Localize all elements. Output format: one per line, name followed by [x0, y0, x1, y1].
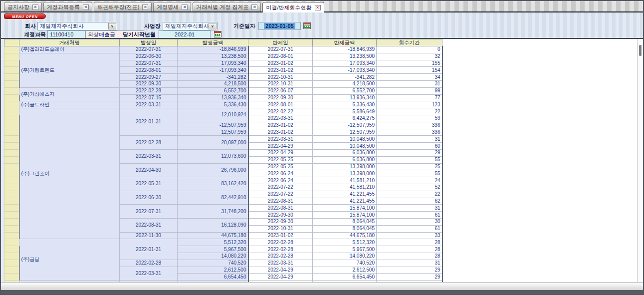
- settle-amount-cell[interactable]: 10,048,500: [313, 136, 377, 143]
- occur-date-cell[interactable]: 2022-08-31: [120, 218, 178, 232]
- settle-amount-cell[interactable]: 41,581,210: [313, 177, 377, 184]
- settle-date-cell[interactable]: 2022-06-24: [248, 177, 313, 184]
- occur-date-cell[interactable]: 2022-06-30: [120, 191, 178, 205]
- settle-amount-cell[interactable]: 41,581,210: [313, 184, 377, 191]
- settle-amount-cell[interactable]: 10,048,500: [313, 143, 377, 150]
- settle-date-cell[interactable]: 2022-04-29: [248, 143, 313, 150]
- calendar-icon[interactable]: [214, 31, 221, 37]
- occur-amount-cell[interactable]: -12,507,959: [178, 122, 248, 129]
- settle-date-cell[interactable]: 2022-02-28: [248, 239, 313, 246]
- collect-days-cell[interactable]: 31: [377, 260, 442, 267]
- settle-date-cell[interactable]: 2022-10-31: [248, 225, 313, 232]
- row-selector[interactable]: [4, 94, 19, 101]
- site-select[interactable]: 제일제지주식회사 ∨: [163, 22, 217, 30]
- settle-amount-cell[interactable]: 6,424,275: [313, 115, 377, 122]
- settle-date-cell[interactable]: 2023-01-02: [248, 129, 313, 136]
- row-selector[interactable]: [4, 205, 19, 212]
- settle-date-cell[interactable]: 2023-01-02: [248, 122, 313, 129]
- row-selector[interactable]: [4, 260, 19, 267]
- tab-close-icon[interactable]: ×: [32, 4, 38, 10]
- settle-amount-cell[interactable]: -12,507,959: [313, 122, 377, 129]
- collect-days-cell[interactable]: 24: [377, 177, 442, 184]
- settle-date-cell[interactable]: 2022-05-25: [248, 163, 313, 170]
- row-selector[interactable]: [4, 101, 19, 108]
- collect-days-cell[interactable]: 22: [377, 191, 442, 198]
- settle-date-cell[interactable]: 2022-10-31: [248, 74, 313, 81]
- occur-amount-cell[interactable]: 740,520: [178, 260, 248, 267]
- collect-days-cell[interactable]: 25: [377, 163, 442, 170]
- settle-amount-cell[interactable]: 44,675,180: [313, 232, 377, 239]
- occur-amount-cell[interactable]: 20,097,000: [178, 136, 248, 150]
- row-selector[interactable]: [4, 191, 19, 198]
- settle-amount-cell[interactable]: -18,846,939: [313, 46, 377, 53]
- settle-amount-cell[interactable]: 6,036,800: [313, 156, 377, 163]
- collect-days-cell[interactable]: 32: [377, 53, 442, 60]
- settle-amount-cell[interactable]: 17,093,340: [313, 60, 377, 67]
- occur-amount-cell[interactable]: 16,128,090: [178, 218, 248, 232]
- occur-date-cell[interactable]: 2022-01-31: [120, 239, 178, 260]
- row-selector[interactable]: [4, 218, 19, 225]
- settle-date-cell[interactable]: 2022-06-24: [248, 170, 313, 177]
- occur-date-cell[interactable]: 2022-03-31: [120, 101, 178, 108]
- collect-days-cell[interactable]: 99: [377, 87, 442, 94]
- occur-date-cell[interactable]: 2022-07-31: [120, 46, 178, 53]
- occur-date-cell[interactable]: 2022-06-30: [120, 53, 178, 60]
- settle-amount-cell[interactable]: -341,282: [313, 74, 377, 81]
- settle-amount-cell[interactable]: 8,064,045: [313, 225, 377, 232]
- tab-5[interactable]: 거래처별 계정 집계표×: [193, 2, 261, 11]
- row-selector[interactable]: [4, 67, 19, 74]
- row-selector[interactable]: [4, 74, 19, 81]
- collect-days-cell[interactable]: 77: [377, 94, 442, 101]
- occur-amount-cell[interactable]: 2,612,500: [178, 267, 248, 274]
- vertical-scrollbar[interactable]: [637, 39, 643, 282]
- settle-date-cell[interactable]: 2023-01-02: [248, 67, 313, 74]
- row-selector[interactable]: [4, 60, 19, 67]
- customer-cell[interactable]: (주)거성에스지: [19, 87, 120, 101]
- row-selector[interactable]: [4, 46, 19, 53]
- settle-amount-cell[interactable]: 2,612,500: [313, 267, 377, 274]
- row-selector[interactable]: [4, 108, 19, 115]
- occur-date-cell[interactable]: 2022-07-15: [120, 94, 178, 101]
- menu-open-button[interactable]: MENU OPEN: [4, 13, 46, 19]
- settle-amount-cell[interactable]: 13,398,000: [313, 170, 377, 177]
- collect-days-cell[interactable]: 29: [377, 149, 442, 156]
- collect-days-cell[interactable]: 34: [377, 74, 442, 81]
- occur-amount-cell[interactable]: 31,748,200: [178, 205, 248, 219]
- customer-cell[interactable]: (주)금담: [19, 239, 120, 281]
- settle-date-cell[interactable]: 2023-01-02: [248, 232, 313, 239]
- company-select[interactable]: 제일제지주식회사 ∨: [37, 22, 117, 30]
- settle-amount-cell[interactable]: -17,093,340: [313, 67, 377, 74]
- occur-date-cell[interactable]: 2022-03-31: [120, 267, 178, 281]
- row-selector[interactable]: [4, 170, 19, 177]
- row-selector[interactable]: [4, 267, 19, 274]
- occur-date-cell[interactable]: 2022-09-30: [120, 80, 178, 87]
- customer-cell[interactable]: (주)골드라인: [19, 101, 120, 108]
- tab-close-icon[interactable]: ×: [83, 4, 89, 10]
- occur-amount-cell[interactable]: -18,846,939: [178, 46, 248, 53]
- collect-days-cell[interactable]: 29: [377, 267, 442, 274]
- occur-amount-cell[interactable]: 12,507,959: [178, 129, 248, 136]
- occur-date-cell[interactable]: 2022-05-31: [120, 177, 178, 191]
- collect-days-cell[interactable]: 55: [377, 170, 442, 177]
- settle-amount-cell[interactable]: 41,221,455: [313, 191, 377, 198]
- chevron-down-icon[interactable]: ∨: [108, 23, 116, 29]
- settle-date-cell[interactable]: 2022-03-31: [248, 136, 313, 143]
- tab-close-icon[interactable]: ×: [142, 4, 148, 10]
- collect-days-cell[interactable]: 28: [377, 246, 442, 253]
- row-selector[interactable]: [4, 198, 19, 205]
- settle-amount-cell[interactable]: 13,398,000: [313, 163, 377, 170]
- row-selector[interactable]: [4, 184, 19, 191]
- row-selector[interactable]: [4, 156, 19, 163]
- occur-date-cell[interactable]: 2022-01-31: [120, 108, 178, 136]
- settle-amount-cell[interactable]: 740,520: [313, 260, 377, 267]
- settle-amount-cell[interactable]: 6,036,800: [313, 149, 377, 156]
- settle-date-cell[interactable]: 2023-01-02: [248, 60, 313, 67]
- tab-close-icon[interactable]: ×: [182, 4, 188, 10]
- account-code-input[interactable]: 11100410: [47, 30, 85, 38]
- settle-amount-cell[interactable]: 15,874,100: [313, 205, 377, 212]
- settle-date-cell[interactable]: 2022-08-01: [248, 53, 313, 60]
- tab-1[interactable]: 공지사항×: [4, 2, 42, 11]
- customer-cell[interactable]: (주)겔러리드슬레이: [19, 46, 120, 53]
- collect-days-cell[interactable]: 155: [377, 60, 442, 67]
- collect-days-cell[interactable]: 123: [377, 101, 442, 108]
